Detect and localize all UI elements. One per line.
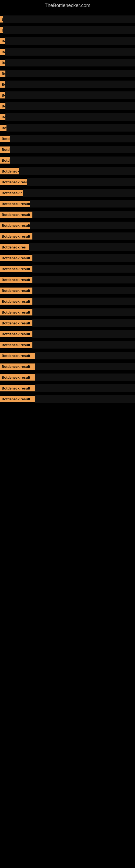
bottleneck-result-label: Bottle — [0, 135, 10, 142]
bottleneck-result-label: B — [0, 16, 3, 23]
list-item: Bottleneck result — [0, 307, 135, 318]
result-bar — [32, 287, 135, 294]
result-bar — [27, 178, 135, 186]
result-bar — [32, 254, 135, 262]
bottleneck-result-label: Bottleneck result — [0, 277, 32, 283]
result-bar — [3, 16, 135, 23]
list-item: Bo — [0, 46, 135, 57]
result-bar — [10, 156, 135, 164]
bottleneck-result-label: Bottleneck result — [0, 212, 32, 218]
bottleneck-result-label: Bottleneck result — [0, 201, 30, 207]
list-item: Bo — [0, 57, 135, 68]
list-item: Bot — [0, 112, 135, 122]
result-bar — [5, 59, 135, 66]
bottleneck-result-label: Bottle — [0, 147, 10, 153]
bottleneck-result-label: Bottleneck result — [0, 331, 32, 337]
bottleneck-result-label: Bo — [0, 82, 5, 88]
list-item: B — [0, 14, 135, 25]
result-bar — [5, 91, 135, 99]
result-bar — [35, 395, 135, 403]
bottleneck-result-label: Bottleneck result — [0, 299, 32, 305]
result-bar — [5, 81, 135, 88]
list-item: Bottle — [0, 144, 135, 155]
bottleneck-result-label: Bot — [0, 70, 5, 77]
result-bar — [5, 70, 135, 77]
bottleneck-result-label: Bottleneck r — [0, 190, 23, 196]
bottleneck-result-label: Bottleneck result — [0, 320, 32, 326]
result-bar — [30, 222, 135, 229]
bottleneck-result-label: Bottleneck result — [0, 309, 32, 315]
bottleneck-result-label: Bottleneck result — [0, 222, 30, 229]
list-item: Bottleneck result — [0, 361, 135, 372]
list-item: Bo — [0, 79, 135, 90]
list-item: Bottleneck result — [0, 231, 135, 242]
bottleneck-result-label: B — [0, 27, 3, 33]
list-item: Bottleneck result — [0, 383, 135, 394]
result-bar — [5, 113, 135, 121]
bottleneck-result-label: Bottleneck result — [0, 396, 35, 402]
list-item: Bottleneck result — [0, 198, 135, 209]
list-item: Bott — [0, 122, 135, 133]
result-bar — [32, 211, 135, 218]
list-item: Bot — [0, 68, 135, 79]
list-item: Bottleneck result — [0, 252, 135, 264]
bottleneck-result-label: Bottleneck result — [0, 385, 35, 392]
list-item: Bottleneck result — [0, 274, 135, 285]
bottleneck-result-label: Bot — [0, 114, 5, 120]
list-item: Bottle — [0, 155, 135, 166]
result-bar — [35, 363, 135, 370]
list-item: Bottleneck result — [0, 296, 135, 307]
bottleneck-result-label: Bott — [0, 125, 6, 131]
results-container: BBBoBoBoBotBoBoBotBotBottBottleBottleBot… — [0, 14, 135, 410]
bottleneck-result-label: Bottleneck resu — [0, 179, 27, 185]
list-item: Bottleneck r — [0, 187, 135, 198]
site-title: TheBottlenecker.com — [0, 0, 135, 14]
result-bar — [5, 48, 135, 56]
bottleneck-result-label: Bo — [0, 92, 5, 98]
list-item: Bottleneck result — [0, 339, 135, 350]
list-item: Bo — [0, 35, 135, 46]
bottleneck-result-label: Bo — [0, 49, 5, 55]
list-item: Bot — [0, 101, 135, 112]
bottleneck-result-label: Bottleneck result — [0, 266, 32, 272]
result-bar — [32, 308, 135, 316]
bottleneck-result-label: Bottleneck result — [0, 364, 35, 370]
result-bar — [3, 26, 135, 34]
result-bar — [10, 135, 135, 143]
result-bar — [10, 146, 135, 153]
list-item: Bottleneck result — [0, 220, 135, 231]
result-bar — [5, 37, 135, 45]
list-item: Bottleneck result — [0, 285, 135, 296]
bottleneck-result-label: Bottleneck result — [0, 233, 32, 240]
bottleneck-result-label: Bo — [0, 60, 5, 66]
list-item: Bottleneck result — [0, 329, 135, 339]
list-item: Bottleneck result — [0, 350, 135, 361]
result-bar — [35, 384, 135, 392]
result-bar — [6, 124, 135, 131]
bottleneck-result-label: Bottleneck result — [0, 352, 35, 359]
result-bar — [29, 243, 135, 251]
result-bar — [32, 341, 135, 348]
list-item: Bottleneck result — [0, 264, 135, 274]
bottleneck-result-label: Bottle — [0, 157, 10, 163]
bottleneck-result-label: Bottleneck result — [0, 255, 32, 261]
list-item: Bottleneck result — [0, 372, 135, 383]
result-bar — [32, 319, 135, 327]
bottleneck-result-label: Bottleneck res — [0, 244, 29, 250]
result-bar — [19, 167, 135, 175]
result-bar — [32, 276, 135, 283]
bottleneck-result-label: Bottleneck result — [0, 374, 35, 380]
list-item: Bottleneck resu — [0, 177, 135, 187]
bottleneck-result-label: Bot — [0, 103, 5, 109]
list-item: Bottleneck result — [0, 209, 135, 220]
list-item: Bottle — [0, 133, 135, 144]
result-bar — [23, 189, 135, 197]
bottleneck-result-label: Bottleneck — [0, 168, 19, 175]
bottleneck-result-label: Bottleneck result — [0, 342, 32, 348]
list-item: B — [0, 25, 135, 35]
result-bar — [32, 298, 135, 305]
result-bar — [32, 265, 135, 273]
result-bar — [30, 200, 135, 208]
list-item: Bottleneck res — [0, 242, 135, 252]
result-bar — [32, 232, 135, 240]
